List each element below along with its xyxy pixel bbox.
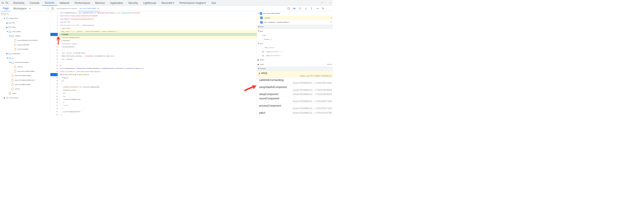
nav-row[interactable]: ▼src — [0, 56, 50, 60]
step-out-icon[interactable] — [310, 7, 313, 10]
call-stack-frame[interactable]: patchchunk-PD2AWGJV.…=732d702f:6786 — [257, 111, 333, 115]
nav-row[interactable]: ▼components/setupDemo — [0, 60, 50, 65]
disclosure-triangle-icon[interactable]: ▼ — [6, 57, 8, 59]
scope-group-header[interactable]: ▶Module — [257, 58, 333, 62]
code-line[interactable]: Object.defineProperty(__returned__, "__i… — [59, 54, 257, 58]
code-line[interactable]: ), — [59, 107, 257, 110]
code-line[interactable]: import { ref } from "/node_modules/.vite… — [59, 14, 257, 17]
call-stack-frame[interactable]: mountComponentchunk-PD2AWGJV.…=732d702f:… — [257, 96, 333, 104]
nav-row[interactable]: index.vue?t=1708671402851 — [0, 69, 50, 74]
line-number[interactable]: 8 — [50, 33, 58, 36]
nav-row[interactable]: ▶vite/dist/client — [0, 52, 50, 56]
code-line[interactable]: _createVNode($setup["Child"]) — [59, 110, 257, 113]
step-into-icon[interactable] — [304, 7, 307, 10]
call-stack-frame[interactable]: ▶setupindex.vue?t=1708671402851:8 — [257, 71, 333, 78]
nav-row[interactable]: child.vue — [0, 65, 50, 69]
scope-group-header[interactable]: ▼Local — [257, 41, 333, 46]
code-line[interactable]: console.log(content); — [59, 45, 257, 48]
code-line[interactable]: return __returned__; — [59, 58, 257, 61]
nav-row[interactable]: App.vue?t=1708671402851 — [0, 74, 50, 78]
nav-row[interactable]: pinia.js?v=307e5f41 — [0, 42, 50, 47]
call-stack-header[interactable]: ▼Call Stack — [257, 66, 333, 71]
code-line[interactable]: import { createHotContext as __vite__cre… — [59, 11, 257, 14]
nav-row[interactable]: ▶@id — [0, 20, 50, 25]
code-line[interactable]: ▶return ▶_openBlock(), ▶_createElementBl… — [59, 73, 257, 76]
disclosure-triangle-icon[interactable]: ▼ — [9, 35, 11, 37]
line-number[interactable]: 5 — [50, 24, 58, 27]
call-stack-frame[interactable]: setupStatefulComponentchunk-PD2AWGJV.…=7… — [257, 85, 333, 92]
nav-row[interactable]: main.ts?t=1708671402851 — [0, 82, 50, 87]
code-line[interactable]: if (msg.value) { — [59, 39, 257, 42]
code-line[interactable]: _Fragment, — [59, 76, 257, 79]
line-number[interactable]: 12 — [50, 45, 58, 48]
inspect-icon[interactable] — [1, 1, 4, 5]
step-over-icon[interactable] — [298, 7, 302, 10]
file-navigator[interactable]: ▼top▼localhost:5173▶@id▶@vite▼node_modul… — [0, 11, 50, 115]
nav-row[interactable]: style.css — [0, 87, 50, 91]
top-tab-performance[interactable]: Performance — [72, 0, 92, 6]
nav-row[interactable]: ▼top — [0, 12, 50, 16]
line-number[interactable]: 31 — [50, 104, 58, 107]
breakpoints-file-checkbox[interactable] — [260, 12, 262, 14]
code-line[interactable]: function _sfc_render(_ctx, _cache, $prop… — [59, 70, 257, 73]
code-line[interactable]: _createElementVNode("h1", null, _toDispl… — [59, 86, 257, 88]
call-stack-frame[interactable]: processComponentchunk-PD2AWGJV.…=732d702… — [257, 104, 333, 111]
top-tab-recorder[interactable]: Recorder ⚗ — [159, 0, 177, 6]
top-tab-security[interactable]: Security — [126, 0, 140, 6]
device-icon[interactable] — [5, 1, 8, 5]
line-number[interactable]: 26 — [50, 88, 58, 92]
line-number[interactable]: 17 — [50, 61, 58, 64]
line-number[interactable]: 13 — [50, 48, 58, 51]
scope-variable[interactable]: ▶ __expose: (exposed) => {…} — [257, 50, 333, 54]
line-number[interactable]: 14 — [50, 52, 58, 54]
nav-row[interactable]: App.vue?vue&type=style&index=0 — [0, 78, 50, 82]
scope-header[interactable]: ▼Scope — [257, 24, 333, 29]
code-line[interactable]: _toDisplayString($setup.msg), — [59, 98, 257, 101]
disclosure-triangle-icon[interactable]: ▼ — [9, 61, 11, 64]
code-line[interactable]: /* TEXT */ — [59, 104, 257, 107]
line-number[interactable]: 34 — [50, 113, 58, 115]
step-icon[interactable] — [316, 7, 319, 10]
line-number[interactable]: 20 — [50, 70, 58, 73]
top-tab-lighthouse[interactable]: Lighthouse — [140, 0, 159, 6]
code-line[interactable]: import { toDisplayString as _toDisplaySt… — [59, 67, 257, 70]
code-line[interactable]: null, — [59, 95, 257, 98]
top-tab-performance-insights[interactable]: Performance insights ⚗ — [177, 0, 209, 6]
line-number[interactable]: 21 — [50, 73, 58, 76]
top-tab-vue[interactable]: Vue — [209, 0, 218, 6]
resume-icon[interactable] — [293, 7, 296, 10]
line-number[interactable]: 1 — [50, 11, 58, 14]
code-line[interactable]: const title = "title"; — [59, 20, 257, 24]
scope-variable[interactable]: __returned__: — [257, 38, 333, 42]
sidebar-toggle-right-icon[interactable] — [287, 7, 290, 10]
code-line[interactable]: const msg = ref("Hello World!"); — [59, 36, 257, 39]
code-line[interactable]: [ — [59, 82, 257, 85]
line-number[interactable]: 7 — [50, 30, 58, 33]
code-line[interactable]: "h1", — [59, 92, 257, 95]
top-tab-elements[interactable]: Elements — [11, 0, 27, 6]
deactivate-breakpoints-icon[interactable] — [322, 7, 324, 10]
nav-row[interactable]: (index) — [0, 91, 50, 96]
line-gutter[interactable]: 1234567891011121314151617181920212223242… — [50, 11, 59, 115]
nav-row[interactable]: ▼.vite/deps — [0, 34, 50, 38]
disclosure-triangle-icon[interactable]: ▶ — [6, 22, 8, 24]
line-number[interactable]: 22 — [50, 76, 58, 79]
nav-row[interactable]: ▶@vite — [0, 25, 50, 30]
code-line[interactable]: 1 — [59, 101, 257, 104]
call-stack-frame[interactable]: setupComponentchunk-PD2AWGJV.…=732d702f:… — [257, 92, 333, 96]
top-tab-console[interactable]: Console — [27, 0, 42, 6]
line-number[interactable]: 3 — [50, 18, 58, 20]
line-number[interactable]: 32 — [50, 107, 58, 110]
line-number[interactable]: 27 — [50, 92, 58, 95]
close-icon[interactable]: ✕ — [328, 1, 332, 5]
close-icon[interactable]: ✕ — [97, 7, 99, 10]
code-line[interactable]: const __returned__ = { msg, title, Child… — [59, 52, 257, 54]
scope-variable[interactable]: this: undefined — [257, 46, 333, 50]
disclosure-triangle-icon[interactable]: ▶ — [4, 96, 6, 99]
breakpoint-row[interactable]: __expose();8 — [257, 16, 333, 20]
source-editor[interactable]: 1234567891011121314151617181920212223242… — [50, 11, 257, 115]
line-number[interactable]: 28 — [50, 95, 58, 98]
code-line[interactable]: } — [59, 48, 257, 51]
nav-row[interactable]: chunk-PD2AWGJV.js?v=732d702f — [0, 38, 50, 43]
call-stack-frame[interactable]: callWithErrorHandlingchunk-PD2AWGJV.…=73… — [257, 78, 333, 85]
